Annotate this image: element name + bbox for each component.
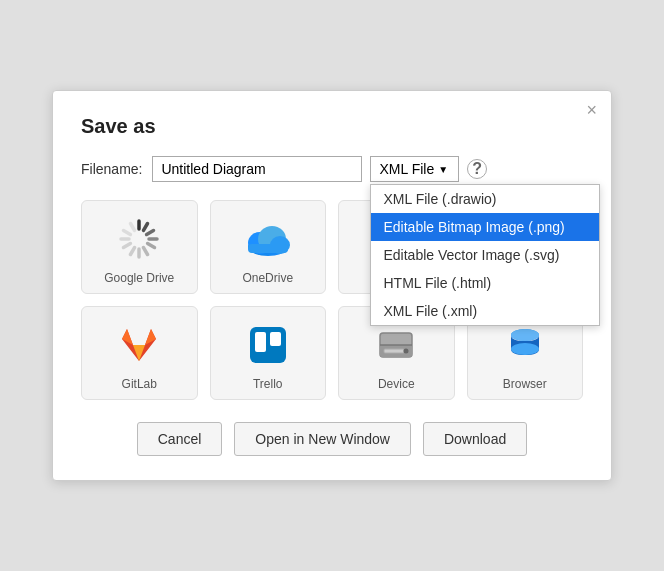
icon-google-drive[interactable]: Google Drive bbox=[81, 200, 198, 294]
trello-icon bbox=[244, 321, 292, 369]
onedrive-label: OneDrive bbox=[242, 271, 293, 285]
svg-line-10 bbox=[124, 231, 131, 235]
dropdown-item-svg[interactable]: Editable Vector Image (.svg) bbox=[371, 241, 599, 269]
icon-trello[interactable]: Trello bbox=[210, 306, 327, 400]
dropdown-item-png[interactable]: Editable Bitmap Image (.png) bbox=[371, 213, 599, 241]
svg-point-50 bbox=[511, 343, 539, 355]
svg-rect-42 bbox=[255, 332, 266, 352]
cancel-button[interactable]: Cancel bbox=[137, 422, 223, 456]
filename-input[interactable] bbox=[152, 156, 362, 182]
filename-label: Filename: bbox=[81, 161, 142, 177]
svg-point-48 bbox=[404, 349, 409, 354]
download-button[interactable]: Download bbox=[423, 422, 527, 456]
browser-icon bbox=[501, 321, 549, 369]
icon-onedrive[interactable]: OneDrive bbox=[210, 200, 327, 294]
dropdown-item-drawio[interactable]: XML File (.drawio) bbox=[371, 185, 599, 213]
svg-rect-16 bbox=[248, 244, 288, 253]
format-dropdown-menu: XML File (.drawio) Editable Bitmap Image… bbox=[370, 184, 600, 326]
svg-line-11 bbox=[131, 224, 135, 231]
icon-gitlab[interactable]: GitLab bbox=[81, 306, 198, 400]
format-select-button[interactable]: XML File ▼ bbox=[370, 156, 459, 182]
format-select-label: XML File bbox=[379, 161, 434, 177]
format-select-wrapper: XML File ▼ XML File (.drawio) Editable B… bbox=[370, 156, 459, 182]
svg-line-8 bbox=[124, 244, 131, 248]
svg-line-4 bbox=[148, 244, 155, 248]
svg-line-1 bbox=[144, 224, 148, 231]
filename-row: Filename: XML File ▼ XML File (.drawio) … bbox=[81, 156, 583, 182]
buttons-row: Cancel Open in New Window Download bbox=[81, 422, 583, 456]
gitlab-label: GitLab bbox=[122, 377, 157, 391]
dialog-title: Save as bbox=[81, 115, 583, 138]
gitlab-icon bbox=[115, 321, 163, 369]
svg-point-51 bbox=[511, 329, 539, 341]
browser-label: Browser bbox=[503, 377, 547, 391]
svg-line-7 bbox=[131, 248, 135, 255]
dropdown-arrow-icon: ▼ bbox=[438, 164, 448, 175]
svg-line-2 bbox=[147, 231, 154, 235]
open-new-window-button[interactable]: Open in New Window bbox=[234, 422, 411, 456]
onedrive-icon bbox=[244, 215, 292, 263]
svg-rect-43 bbox=[270, 332, 281, 346]
google-drive-icon bbox=[115, 215, 163, 263]
dropdown-item-xml[interactable]: XML File (.xml) bbox=[371, 297, 599, 325]
device-label: Device bbox=[378, 377, 415, 391]
close-button[interactable]: × bbox=[586, 101, 597, 119]
save-as-dialog: × Save as Filename: XML File ▼ XML File … bbox=[52, 90, 612, 481]
dropdown-item-html[interactable]: HTML File (.html) bbox=[371, 269, 599, 297]
trello-label: Trello bbox=[253, 377, 283, 391]
svg-line-5 bbox=[144, 248, 148, 255]
google-drive-label: Google Drive bbox=[104, 271, 174, 285]
svg-rect-47 bbox=[384, 349, 404, 353]
help-icon[interactable]: ? bbox=[467, 159, 487, 179]
device-icon bbox=[372, 321, 420, 369]
